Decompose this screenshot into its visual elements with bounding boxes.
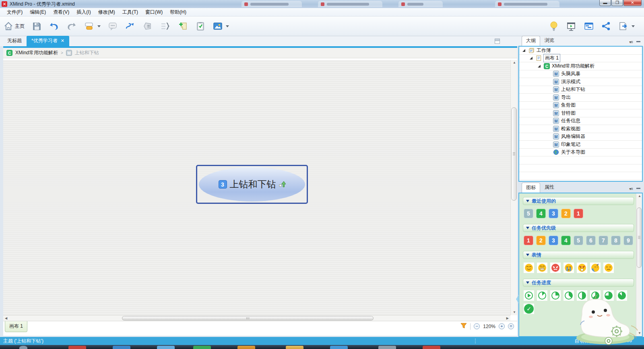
minimize-panel-icon[interactable]	[636, 188, 640, 189]
marker-任务优先级-3-icon[interactable]: 3	[549, 236, 558, 245]
taskbar-app-icon[interactable]	[330, 346, 348, 349]
section-header-任务进度[interactable]: 任务进度	[523, 279, 634, 287]
minimize-panel-icon[interactable]	[636, 41, 640, 42]
progress-4-eighths-icon[interactable]	[577, 290, 587, 301]
tree-row-画布 1[interactable]: 画布 1	[519, 55, 642, 63]
marker-任务优先级-8-icon[interactable]: 8	[611, 236, 621, 245]
emotion-flat-icon[interactable]	[603, 263, 614, 273]
menu-item-0[interactable]: 文件(F)	[3, 8, 26, 16]
taskbar-app-icon[interactable]	[193, 346, 211, 349]
menu-item-1[interactable]: 编辑(E)	[26, 8, 50, 16]
summary-button[interactable]	[157, 20, 174, 33]
taskbar-app-icon[interactable]	[113, 346, 130, 349]
marker-任务优先级-9-icon[interactable]: 9	[623, 236, 633, 245]
tree-row-甘特图[interactable]: M甘特图	[519, 109, 642, 117]
brainstorm-button[interactable]	[545, 19, 562, 33]
progress-start-icon[interactable]	[524, 290, 534, 301]
taskbar-app-icon[interactable]	[237, 346, 255, 349]
tree-row-工作簿[interactable]: 工作簿	[519, 47, 642, 55]
progress-2-eighths-icon[interactable]	[550, 290, 561, 301]
expand-arrow-icon[interactable]	[538, 65, 541, 68]
view-menu-icon[interactable]: ▾≡	[629, 187, 633, 191]
selected-topic-node[interactable]: 3 上钻和下钻	[196, 165, 308, 204]
marker-最近使用的-1-icon[interactable]: 1	[574, 209, 583, 218]
taskbar-app-icon[interactable]	[286, 346, 303, 349]
taskbar-app-icon[interactable]	[68, 346, 86, 349]
emotion-grin-icon[interactable]	[537, 263, 547, 273]
boundary-button[interactable]	[139, 20, 157, 33]
zoom-fit-button[interactable]: =	[508, 323, 514, 329]
menu-item-6[interactable]: 窗口(W)	[142, 8, 166, 16]
marker-任务优先级-4-icon[interactable]: 4	[561, 236, 571, 245]
presentation-button[interactable]	[562, 20, 580, 33]
marker-最近使用的-5-icon[interactable]: 5	[524, 209, 533, 218]
tab-icons[interactable]: 图标	[522, 183, 540, 193]
scroll-up-icon[interactable]: ▲	[513, 61, 516, 64]
tree-row-检索视图[interactable]: M检索视图	[519, 125, 642, 133]
taskbar-app-icon[interactable]	[157, 346, 175, 349]
scroll-right-icon[interactable]: ▶	[506, 317, 509, 320]
marker-任务优先级-5-icon[interactable]: 5	[574, 236, 583, 245]
mindmap-canvas[interactable]: 3 上钻和下钻	[3, 60, 510, 315]
view-menu-icon[interactable]: ▾≡	[629, 40, 633, 44]
filter-icon[interactable]	[460, 322, 467, 330]
expand-arrow-icon[interactable]	[522, 49, 525, 52]
emotion-rage-icon[interactable]	[577, 263, 587, 273]
marker-任务优先级-2-icon[interactable]: 2	[536, 236, 546, 245]
emotion-smile-icon[interactable]	[524, 263, 534, 273]
tree-row-演示模式[interactable]: M演示模式	[519, 78, 642, 86]
gantt-button[interactable]	[580, 20, 598, 33]
menu-item-3[interactable]: 插入(I)	[73, 8, 94, 16]
menu-item-2[interactable]: 查看(V)	[50, 8, 73, 16]
tree-row-上钻和下钻[interactable]: M上钻和下钻	[519, 86, 642, 94]
marker-最近使用的-4-icon[interactable]: 4	[536, 209, 546, 218]
section-header-最近使用的[interactable]: 最近使用的	[523, 197, 634, 205]
share-button[interactable]	[598, 20, 615, 33]
sheet-tab-canvas1[interactable]: 画布 1	[5, 321, 27, 332]
tree-row-印象笔记[interactable]: M印象笔记	[519, 141, 642, 149]
progress-3-eighths-icon[interactable]	[564, 290, 574, 301]
menu-item-7[interactable]: 帮助(H)	[166, 8, 190, 16]
image-dropdown[interactable]	[226, 25, 229, 27]
doc-tab-untitled[interactable]: 无标题	[2, 36, 27, 46]
taskbar-app-icon[interactable]	[378, 346, 396, 349]
icons-scroll-thumb[interactable]	[637, 207, 642, 268]
progress-done-icon[interactable]: ✓	[524, 304, 534, 314]
progress-1-eighths-icon[interactable]	[537, 290, 547, 301]
export-dropdown[interactable]	[632, 25, 635, 27]
canvas-vertical-scrollbar[interactable]: ▲ ▼	[510, 60, 517, 315]
progress-6-eighths-icon[interactable]	[603, 290, 614, 301]
restore-button[interactable]: ❐	[611, 0, 623, 6]
marker-任务优先级-7-icon[interactable]: 7	[599, 236, 608, 245]
progress-7-eighths-icon[interactable]	[617, 290, 627, 301]
tree-row-鱼骨图[interactable]: M鱼骨图	[519, 102, 642, 110]
insert-topic-dropdown[interactable]	[97, 25, 101, 27]
topic-text[interactable]: 上钻和下钻	[230, 178, 276, 191]
save-button[interactable]	[28, 20, 45, 33]
windows-taskbar[interactable]	[0, 345, 644, 349]
zoom-out-button[interactable]: −	[474, 323, 480, 329]
horizontal-scroll-thumb[interactable]	[122, 316, 374, 320]
canvas-horizontal-scrollbar[interactable]: ◀ ▶	[3, 315, 510, 321]
tree-row-导出[interactable]: M导出	[519, 94, 642, 102]
undo-button[interactable]	[45, 20, 63, 33]
export-button[interactable]	[615, 20, 638, 33]
start-orb-icon[interactable]	[19, 346, 27, 349]
redo-button[interactable]	[63, 20, 80, 33]
marker-任务优先级-6-icon[interactable]: 6	[586, 236, 596, 245]
tree-row-关于本导图[interactable]: 关于本导图	[519, 149, 642, 157]
tab-properties[interactable]: 属性	[540, 182, 559, 193]
minimize-button[interactable]: ▬	[599, 0, 611, 6]
scroll-down-icon[interactable]: ▼	[513, 311, 516, 314]
icons-panel-scrollbar[interactable]: ▲ ▼	[636, 193, 642, 336]
menu-item-5[interactable]: 工具(T)	[119, 8, 142, 16]
taskbar-app-icon[interactable]	[423, 346, 440, 349]
progress-5-eighths-icon[interactable]	[590, 290, 601, 301]
menu-item-4[interactable]: 修改(M)	[95, 8, 119, 16]
breadcrumb-root[interactable]: XMind常用功能解析	[15, 49, 58, 56]
marker-任务优先级-1-icon[interactable]: 1	[524, 236, 533, 245]
vertical-scroll-thumb[interactable]	[511, 107, 517, 201]
zoom-in-button[interactable]: +	[499, 323, 505, 329]
section-header-表情[interactable]: 表情	[523, 251, 634, 259]
tree-row-任务信息[interactable]: M任务信息	[519, 117, 642, 125]
